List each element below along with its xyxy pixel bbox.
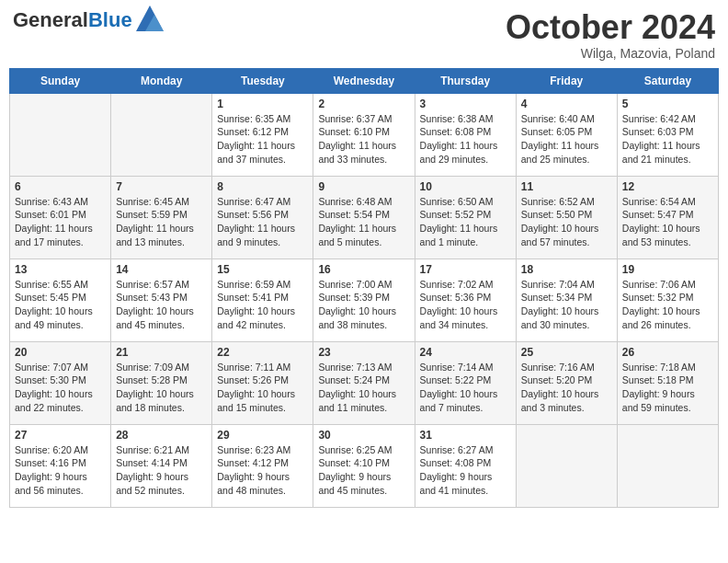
day-cell: 22Sunrise: 7:11 AMSunset: 5:26 PMDayligh… [212,341,313,424]
day-info: Sunrise: 6:37 AMSunset: 6:10 PMDaylight:… [318,112,409,167]
day-number: 29 [217,429,308,442]
day-info: Sunrise: 6:47 AMSunset: 5:56 PMDaylight:… [217,195,308,249]
day-number: 5 [622,98,713,110]
day-cell: 6Sunrise: 6:43 AMSunset: 6:01 PMDaylight… [10,176,111,259]
day-number: 31 [420,429,511,442]
day-cell: 17Sunrise: 7:02 AMSunset: 5:36 PMDayligh… [415,259,516,341]
day-number: 2 [318,98,409,110]
day-cell [10,93,111,176]
day-cell: 29Sunrise: 6:23 AMSunset: 4:12 PMDayligh… [212,424,313,507]
day-cell [516,424,617,507]
day-number: 22 [217,346,308,359]
day-info: Sunrise: 7:16 AMSunset: 5:20 PMDaylight:… [521,361,612,415]
day-info: Sunrise: 7:14 AMSunset: 5:22 PMDaylight:… [420,361,511,415]
location: Wilga, Mazovia, Poland [506,46,715,61]
day-number: 8 [217,180,308,193]
day-cell: 20Sunrise: 7:07 AMSunset: 5:30 PMDayligh… [10,341,111,424]
day-cell: 2Sunrise: 6:37 AMSunset: 6:10 PMDaylight… [313,93,415,176]
day-number: 11 [521,180,612,193]
calendar-table: SundayMondayTuesdayWednesdayThursdayFrid… [9,68,719,508]
day-cell: 14Sunrise: 6:57 AMSunset: 5:43 PMDayligh… [111,259,212,341]
day-number: 10 [420,180,511,193]
day-cell: 24Sunrise: 7:14 AMSunset: 5:22 PMDayligh… [415,341,516,424]
day-number: 3 [420,98,511,110]
logo-icon [136,6,164,31]
week-row-2: 13Sunrise: 6:55 AMSunset: 5:45 PMDayligh… [10,259,719,341]
day-info: Sunrise: 6:25 AMSunset: 4:10 PMDaylight:… [318,443,409,498]
page-header: GeneralBlue October 2024 Wilga, Mazovia,… [9,9,719,61]
day-cell: 3Sunrise: 6:38 AMSunset: 6:08 PMDaylight… [415,93,516,176]
day-cell: 23Sunrise: 7:13 AMSunset: 5:24 PMDayligh… [313,341,415,424]
day-info: Sunrise: 7:00 AMSunset: 5:39 PMDaylight:… [318,278,409,332]
day-cell: 27Sunrise: 6:20 AMSunset: 4:16 PMDayligh… [10,424,111,507]
day-info: Sunrise: 7:11 AMSunset: 5:26 PMDaylight:… [217,361,308,415]
day-number: 9 [318,180,409,193]
day-info: Sunrise: 6:52 AMSunset: 5:50 PMDaylight:… [521,195,612,249]
day-cell: 30Sunrise: 6:25 AMSunset: 4:10 PMDayligh… [313,424,415,507]
day-info: Sunrise: 7:09 AMSunset: 5:28 PMDaylight:… [116,361,207,415]
week-row-1: 6Sunrise: 6:43 AMSunset: 6:01 PMDaylight… [10,176,719,259]
day-info: Sunrise: 7:04 AMSunset: 5:34 PMDaylight:… [521,278,612,332]
day-info: Sunrise: 6:20 AMSunset: 4:16 PMDaylight:… [15,443,106,498]
day-info: Sunrise: 6:23 AMSunset: 4:12 PMDaylight:… [217,443,308,498]
week-row-0: 1Sunrise: 6:35 AMSunset: 6:12 PMDaylight… [10,93,719,176]
day-info: Sunrise: 7:07 AMSunset: 5:30 PMDaylight:… [15,361,106,415]
day-number: 28 [116,429,207,442]
day-number: 16 [318,263,409,276]
day-cell: 19Sunrise: 7:06 AMSunset: 5:32 PMDayligh… [617,259,718,341]
day-number: 12 [622,180,713,193]
day-info: Sunrise: 6:27 AMSunset: 4:08 PMDaylight:… [420,443,511,498]
month-title: October 2024 [506,9,715,46]
day-info: Sunrise: 6:40 AMSunset: 6:05 PMDaylight:… [521,112,612,167]
calendar-header: SundayMondayTuesdayWednesdayThursdayFrid… [10,68,719,93]
header-cell-sunday: Sunday [10,68,111,93]
day-info: Sunrise: 6:59 AMSunset: 5:41 PMDaylight:… [217,278,308,332]
day-info: Sunrise: 7:13 AMSunset: 5:24 PMDaylight:… [318,361,409,415]
day-cell: 9Sunrise: 6:48 AMSunset: 5:54 PMDaylight… [313,176,415,259]
day-info: Sunrise: 6:35 AMSunset: 6:12 PMDaylight:… [217,112,308,167]
day-number: 23 [318,346,409,359]
day-number: 26 [622,346,713,359]
day-number: 25 [521,346,612,359]
day-number: 15 [217,263,308,276]
day-info: Sunrise: 6:50 AMSunset: 5:52 PMDaylight:… [420,195,511,249]
title-block: October 2024 Wilga, Mazovia, Poland [506,9,715,61]
day-number: 6 [15,180,106,193]
day-cell: 10Sunrise: 6:50 AMSunset: 5:52 PMDayligh… [415,176,516,259]
day-cell: 16Sunrise: 7:00 AMSunset: 5:39 PMDayligh… [313,259,415,341]
logo-text: GeneralBlue [13,10,132,30]
header-cell-wednesday: Wednesday [313,68,415,93]
header-cell-tuesday: Tuesday [212,68,313,93]
day-info: Sunrise: 7:06 AMSunset: 5:32 PMDaylight:… [622,278,713,332]
day-info: Sunrise: 6:48 AMSunset: 5:54 PMDaylight:… [318,195,409,249]
header-row: SundayMondayTuesdayWednesdayThursdayFrid… [10,68,719,93]
day-number: 13 [15,263,106,276]
day-cell: 7Sunrise: 6:45 AMSunset: 5:59 PMDaylight… [111,176,212,259]
header-cell-saturday: Saturday [617,68,718,93]
day-number: 21 [116,346,207,359]
day-info: Sunrise: 6:45 AMSunset: 5:59 PMDaylight:… [116,195,207,249]
day-cell: 8Sunrise: 6:47 AMSunset: 5:56 PMDaylight… [212,176,313,259]
day-number: 14 [116,263,207,276]
day-info: Sunrise: 6:21 AMSunset: 4:14 PMDaylight:… [116,443,207,498]
day-cell: 18Sunrise: 7:04 AMSunset: 5:34 PMDayligh… [516,259,617,341]
header-cell-thursday: Thursday [415,68,516,93]
day-info: Sunrise: 6:38 AMSunset: 6:08 PMDaylight:… [420,112,511,167]
day-cell: 1Sunrise: 6:35 AMSunset: 6:12 PMDaylight… [212,93,313,176]
header-cell-friday: Friday [516,68,617,93]
day-number: 19 [622,263,713,276]
day-number: 4 [521,98,612,110]
day-info: Sunrise: 6:43 AMSunset: 6:01 PMDaylight:… [15,195,106,249]
day-cell: 11Sunrise: 6:52 AMSunset: 5:50 PMDayligh… [516,176,617,259]
day-info: Sunrise: 6:55 AMSunset: 5:45 PMDaylight:… [15,278,106,332]
day-cell: 25Sunrise: 7:16 AMSunset: 5:20 PMDayligh… [516,341,617,424]
day-number: 27 [15,429,106,442]
day-info: Sunrise: 6:42 AMSunset: 6:03 PMDaylight:… [622,112,713,167]
day-cell: 28Sunrise: 6:21 AMSunset: 4:14 PMDayligh… [111,424,212,507]
day-number: 24 [420,346,511,359]
week-row-4: 27Sunrise: 6:20 AMSunset: 4:16 PMDayligh… [10,424,719,507]
day-info: Sunrise: 7:02 AMSunset: 5:36 PMDaylight:… [420,278,511,332]
week-row-3: 20Sunrise: 7:07 AMSunset: 5:30 PMDayligh… [10,341,719,424]
day-cell: 26Sunrise: 7:18 AMSunset: 5:18 PMDayligh… [617,341,718,424]
day-cell: 5Sunrise: 6:42 AMSunset: 6:03 PMDaylight… [617,93,718,176]
